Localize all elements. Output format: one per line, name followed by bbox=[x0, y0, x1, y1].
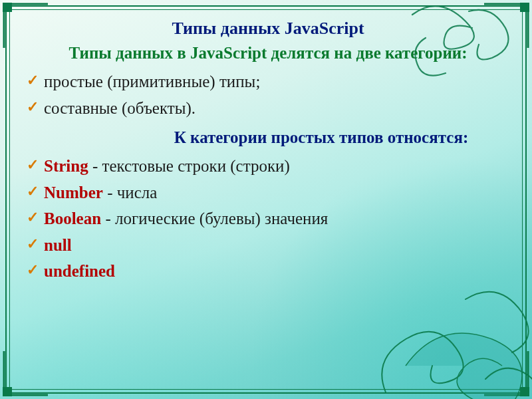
slide: Типы данных JavaScript Типы данных в Jav… bbox=[0, 0, 532, 399]
type-name: Boolean bbox=[44, 209, 101, 227]
list-item: undefined bbox=[27, 259, 509, 284]
list-item: Boolean - логические (булевы) значения bbox=[27, 206, 509, 231]
slide-title: Типы данных JavaScript bbox=[27, 19, 509, 39]
list-item: Number - числа bbox=[27, 180, 509, 205]
type-desc: - текстовые строки (строки) bbox=[88, 157, 290, 175]
category-list: простые (примитивные) типы; составные (о… bbox=[27, 69, 509, 120]
simple-types-list: String - текстовые строки (строки) Numbe… bbox=[27, 154, 509, 284]
content-area: Типы данных JavaScript Типы данных в Jav… bbox=[0, 0, 532, 304]
type-name: null bbox=[44, 236, 72, 254]
type-desc: - числа bbox=[103, 184, 157, 201]
list-item: String - текстовые строки (строки) bbox=[27, 154, 509, 179]
simple-types-heading: К категории простых типов относятся: bbox=[133, 128, 509, 147]
list-item: составные (объекты). bbox=[27, 96, 509, 121]
type-name: undefined bbox=[44, 262, 115, 280]
type-desc: - логические (булевы) значения bbox=[101, 209, 328, 227]
list-item: простые (примитивные) типы; bbox=[27, 69, 509, 94]
type-name: String bbox=[44, 157, 88, 175]
type-name: Number bbox=[44, 184, 103, 201]
slide-subtitle: Типы данных в JavaScript делятся на две … bbox=[27, 44, 509, 63]
list-item: null bbox=[27, 233, 509, 258]
